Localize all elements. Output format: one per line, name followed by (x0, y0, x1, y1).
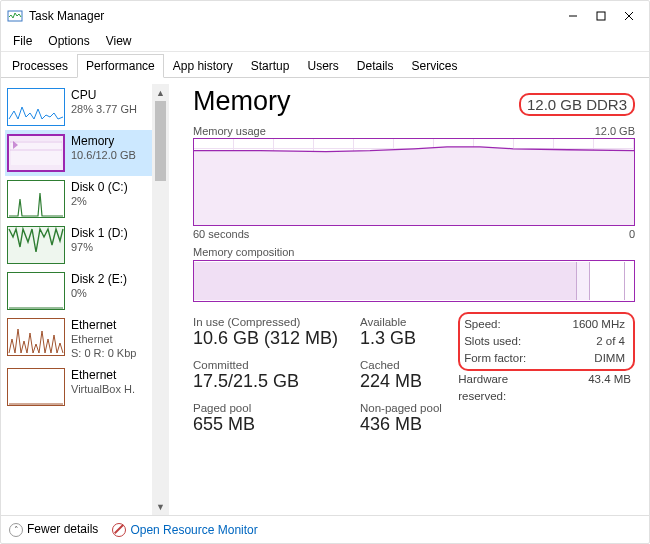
sidebar-item-subtitle: 97% (71, 240, 128, 254)
stat-non-paged-pool: Non-paged pool436 MB (360, 402, 458, 435)
stat-value: 436 MB (360, 414, 458, 435)
minimize-button[interactable] (559, 5, 587, 27)
stat-committed: Committed17.5/21.5 GB (193, 359, 360, 392)
tab-processes[interactable]: Processes (3, 54, 77, 78)
chevron-up-icon: ˄ (9, 523, 23, 537)
window-title: Task Manager (29, 9, 559, 23)
svg-rect-13 (8, 369, 64, 405)
thumbnail-graph (7, 134, 65, 172)
scroll-down-icon[interactable]: ▼ (152, 498, 169, 515)
sidebar-item-memory[interactable]: Memory 10.6/12.0 GB (5, 130, 152, 176)
tab-services[interactable]: Services (403, 54, 467, 78)
svg-rect-10 (8, 273, 64, 309)
kv-key: Hardware reserved: (458, 371, 556, 405)
tab-strip: Processes Performance App history Startu… (1, 52, 649, 78)
sidebar-item-subtitle: VirtualBox H. (71, 382, 135, 396)
resource-monitor-icon (112, 523, 126, 537)
menu-options[interactable]: Options (40, 32, 97, 50)
menu-file[interactable]: File (5, 32, 40, 50)
kv-value: DIMM (562, 350, 629, 367)
stat-paged-pool: Paged pool655 MB (193, 402, 360, 435)
menu-bar: File Options View (1, 31, 649, 52)
memory-composition-graph (193, 260, 635, 302)
stat-value: 655 MB (193, 414, 360, 435)
thumbnail-graph (7, 88, 65, 126)
kv-speed-: Speed:1600 MHz (464, 316, 629, 333)
stat-label: Paged pool (193, 402, 360, 414)
svg-rect-2 (597, 12, 605, 20)
fewer-details-button[interactable]: ˄Fewer details (9, 522, 98, 537)
stat-label: Non-paged pool (360, 402, 458, 414)
composition-label: Memory composition (193, 246, 294, 258)
sidebar-item-cpu[interactable]: CPU 28% 3.77 GH (5, 84, 152, 130)
stat-value: 10.6 GB (312 MB) (193, 328, 360, 349)
memory-size-label: 12.0 GB DDR3 (519, 93, 635, 116)
sidebar-item-title: Memory (71, 134, 136, 148)
usage-graph-max: 12.0 GB (595, 125, 635, 137)
title-bar: Task Manager (1, 1, 649, 31)
page-title: Memory (193, 86, 291, 117)
kv-key: Form factor: (464, 350, 562, 367)
kv-form-factor-: Form factor:DIMM (464, 350, 629, 367)
sidebar-item-title: Disk 1 (D:) (71, 226, 128, 240)
stat-label: In use (Compressed) (193, 316, 360, 328)
sidebar-item-disk-0-c-[interactable]: Disk 0 (C:) 2% (5, 176, 152, 222)
close-button[interactable] (615, 5, 643, 27)
sidebar-scrollbar[interactable]: ▲ ▼ (152, 84, 169, 515)
tab-users[interactable]: Users (298, 54, 347, 78)
thumbnail-graph (7, 368, 65, 406)
sidebar: CPU 28% 3.77 GH Memory 10.6/12.0 GB Disk… (1, 78, 169, 515)
thumbnail-graph (7, 180, 65, 218)
sidebar-item-ethernet[interactable]: Ethernet VirtualBox H. (5, 364, 152, 410)
kv-key: Speed: (464, 316, 562, 333)
app-icon (7, 8, 23, 24)
tab-app-history[interactable]: App history (164, 54, 242, 78)
sidebar-item-subtitle: 2% (71, 194, 128, 208)
x-axis-right: 0 (629, 228, 635, 240)
sidebar-item-title: Ethernet (71, 368, 135, 382)
sidebar-item-disk-2-e-[interactable]: Disk 2 (E:) 0% (5, 268, 152, 314)
sidebar-item-title: Ethernet (71, 318, 136, 332)
svg-rect-7 (11, 141, 61, 165)
stat-label: Cached (360, 359, 458, 371)
tab-startup[interactable]: Startup (242, 54, 299, 78)
main-panel: Memory 12.0 GB DDR3 Memory usage 12.0 GB… (169, 78, 649, 515)
sidebar-item-subtitle: Ethernet (71, 332, 136, 346)
stat-label: Available (360, 316, 458, 328)
thumbnail-graph (7, 318, 65, 356)
thumbnail-graph (7, 226, 65, 264)
x-axis-left: 60 seconds (193, 228, 249, 240)
tab-performance[interactable]: Performance (77, 54, 164, 78)
memory-usage-graph (193, 138, 635, 226)
svg-rect-12 (8, 319, 64, 355)
sidebar-item-extra: S: 0 R: 0 Kbp (71, 346, 136, 360)
status-bar: ˄Fewer details Open Resource Monitor (1, 515, 649, 543)
sidebar-item-title: CPU (71, 88, 137, 102)
sidebar-item-ethernet[interactable]: Ethernet Ethernet S: 0 R: 0 Kbp (5, 314, 152, 364)
memory-specs-box: Speed:1600 MHzSlots used:2 of 4Form fact… (458, 312, 635, 371)
scroll-thumb[interactable] (155, 101, 166, 181)
usage-graph-label: Memory usage (193, 125, 266, 137)
sidebar-item-title: Disk 0 (C:) (71, 180, 128, 194)
kv-value: 43.4 MB (556, 371, 635, 405)
kv-value: 2 of 4 (562, 333, 629, 350)
stat-cached: Cached224 MB (360, 359, 458, 392)
maximize-button[interactable] (587, 5, 615, 27)
stat-value: 1.3 GB (360, 328, 458, 349)
svg-rect-8 (8, 181, 64, 217)
open-resource-monitor-link[interactable]: Open Resource Monitor (112, 523, 257, 537)
kv-hardware-reserved-: Hardware reserved:43.4 MB (458, 371, 635, 405)
kv-slots-used-: Slots used:2 of 4 (464, 333, 629, 350)
menu-view[interactable]: View (98, 32, 140, 50)
sidebar-item-subtitle: 28% 3.77 GH (71, 102, 137, 116)
tab-details[interactable]: Details (348, 54, 403, 78)
kv-value: 1600 MHz (562, 316, 629, 333)
stat-available: Available1.3 GB (360, 316, 458, 349)
kv-key: Slots used: (464, 333, 562, 350)
stat-label: Committed (193, 359, 360, 371)
scroll-up-icon[interactable]: ▲ (152, 84, 169, 101)
stat-in-use-compressed-: In use (Compressed)10.6 GB (312 MB) (193, 316, 360, 349)
sidebar-item-subtitle: 0% (71, 286, 127, 300)
stat-value: 17.5/21.5 GB (193, 371, 360, 392)
sidebar-item-disk-1-d-[interactable]: Disk 1 (D:) 97% (5, 222, 152, 268)
